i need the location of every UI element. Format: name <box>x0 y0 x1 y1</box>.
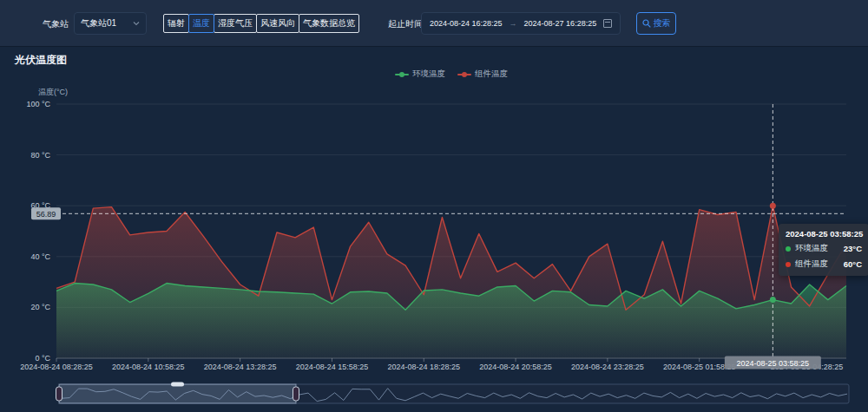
tab-wind-speed-direction[interactable]: 风速风向 <box>256 14 299 33</box>
datazoom-handle-left[interactable] <box>56 387 62 401</box>
date-range-picker[interactable]: 2024-08-24 16:28:25 → 2024-08-27 16:28:2… <box>421 12 621 35</box>
tab-humidity-pressure[interactable]: 湿度气压 <box>214 14 257 33</box>
red-dot-icon <box>786 262 791 267</box>
chart-title: 光伏温度图 <box>15 53 67 68</box>
tab-temperature[interactable]: 温度 <box>188 14 214 33</box>
crosshair-point-ambient <box>770 297 776 303</box>
series <box>56 206 846 358</box>
crosshair-point-module <box>770 203 776 209</box>
legend: 环境温度 组件温度 <box>395 69 508 80</box>
legend-item[interactable]: 组件温度 <box>457 69 508 80</box>
search-button[interactable]: 搜索 <box>636 12 676 35</box>
datazoom-handle-right[interactable] <box>293 387 299 401</box>
search-icon <box>642 19 651 28</box>
legend-label-ambient: 环境温度 <box>412 69 445 80</box>
calendar-icon[interactable] <box>603 19 612 28</box>
top-toolbar: 气象站 气象站01 辐射 温度 湿度气压 风速风向 气象数据总览 起止时间 20… <box>0 0 868 47</box>
tooltip-label-module: 组件温度 <box>795 258 828 270</box>
tooltip-row-ambient: 环境温度 23°C <box>786 243 862 254</box>
svg-text:2024-08-24 18:28:25: 2024-08-24 18:28:25 <box>387 363 460 371</box>
x-axis-pointer-label <box>725 356 821 369</box>
tab-group: 辐射 温度 湿度气压 风速风向 气象数据总览 <box>163 14 359 33</box>
x-axis: 2024-08-24 08:28:252024-08-24 10:58:2520… <box>20 358 843 371</box>
svg-text:2024-08-24 13:28:25: 2024-08-24 13:28:25 <box>204 363 277 371</box>
svg-text:80 °C: 80 °C <box>30 151 50 160</box>
station-select-value: 气象站01 <box>81 17 116 29</box>
start-date-input[interactable]: 2024-08-24 16:28:25 <box>430 19 503 28</box>
search-button-label: 搜索 <box>654 17 671 29</box>
date-range-label: 起止时间 <box>388 18 423 30</box>
svg-text:2024-08-24 23:28:25: 2024-08-24 23:28:25 <box>571 363 644 371</box>
datazoom-window[interactable] <box>59 384 296 403</box>
end-date-input[interactable]: 2024-08-27 16:28:25 <box>524 19 597 28</box>
datazoom-slider <box>56 383 850 404</box>
legend-marker-ambient <box>395 71 409 77</box>
svg-text:40 °C: 40 °C <box>30 252 50 261</box>
svg-text:2024-08-25 03:58:25: 2024-08-25 03:58:25 <box>737 359 810 368</box>
svg-text:2024-08-25 01:58:25: 2024-08-25 01:58:25 <box>663 363 736 371</box>
chevron-down-icon <box>133 21 140 26</box>
datazoom-move-handle[interactable] <box>171 383 184 387</box>
pv-temperature-chart: 0 °C20 °C40 °C60 °C80 °C100 °C2024-08-24… <box>0 0 868 412</box>
ambient-temperature-line <box>56 284 846 311</box>
tab-radiation[interactable]: 辐射 <box>163 14 189 33</box>
y-axis-pointer-label <box>31 207 61 219</box>
svg-text:0 °C: 0 °C <box>35 354 50 363</box>
chart-tooltip: 2024-08-25 03:58:25 环境温度 23°C 组件温度 60°C <box>779 224 868 276</box>
svg-text:60 °C: 60 °C <box>30 201 50 210</box>
svg-text:2024-08-24 08:28:25: 2024-08-24 08:28:25 <box>20 363 93 371</box>
legend-item[interactable]: 环境温度 <box>395 69 445 80</box>
grid: 0 °C20 °C40 °C60 °C80 °C100 °C <box>26 100 846 363</box>
legend-marker-module <box>457 71 471 77</box>
tooltip-timestamp: 2024-08-25 03:58:25 <box>786 229 862 239</box>
svg-text:2024-08-24 10:58:25: 2024-08-24 10:58:25 <box>112 363 185 371</box>
svg-text:100 °C: 100 °C <box>26 100 50 108</box>
y-axis-name: 温度(°C) <box>38 87 68 98</box>
station-label: 气象站 <box>43 18 69 30</box>
svg-text:2024-08-24 15:58:25: 2024-08-24 15:58:25 <box>296 363 369 371</box>
legend-label-module: 组件温度 <box>475 69 508 80</box>
tooltip-row-module: 组件温度 60°C <box>786 258 862 270</box>
date-range-arrow: → <box>510 19 517 28</box>
svg-text:2024-08-25 04:28:25: 2024-08-25 04:28:25 <box>771 363 844 371</box>
svg-text:2024-08-24 20:58:25: 2024-08-24 20:58:25 <box>479 363 552 371</box>
svg-text:20 °C: 20 °C <box>30 303 50 311</box>
tooltip-value-module: 60°C <box>844 259 862 269</box>
tooltip-label-ambient: 环境温度 <box>795 243 828 254</box>
svg-text:56.89: 56.89 <box>36 210 56 219</box>
tab-weather-data-overview[interactable]: 气象数据总览 <box>299 14 359 33</box>
station-select[interactable]: 气象站01 <box>74 12 147 35</box>
crosshair: 56.892024-08-25 03:58:25 <box>31 104 846 369</box>
green-dot-icon <box>786 246 791 252</box>
module-temperature-line <box>56 206 846 310</box>
tooltip-value-ambient: 23°C <box>844 244 862 253</box>
